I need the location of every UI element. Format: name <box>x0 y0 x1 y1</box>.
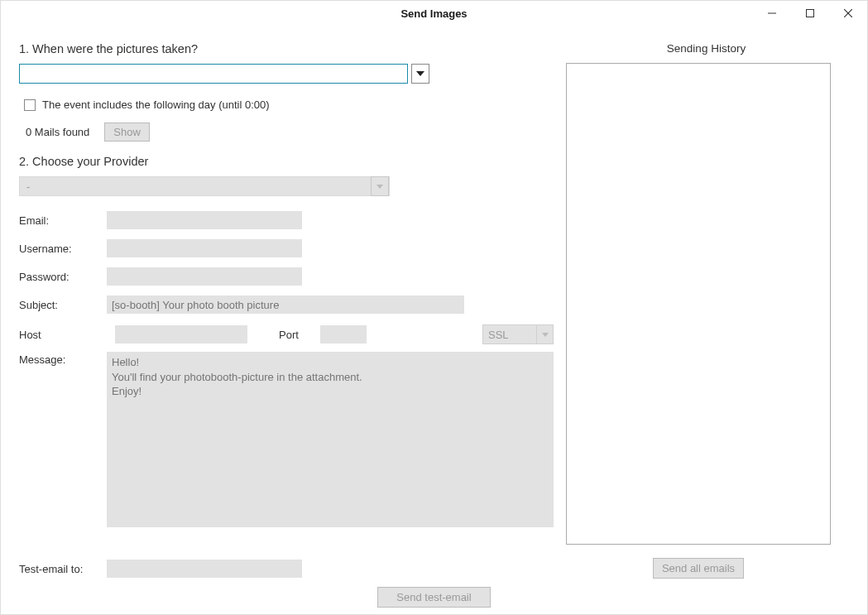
include-next-day-label: The event includes the following day (un… <box>42 98 270 111</box>
host-label: Host <box>19 329 107 341</box>
content: 1. When were the pictures taken? The eve… <box>1 26 867 614</box>
close-button[interactable] <box>829 1 867 26</box>
send-test-button[interactable]: Send test-email <box>377 587 490 608</box>
maximize-icon <box>806 9 814 17</box>
right-column: Sending History Send all emails <box>554 42 846 606</box>
chevron-down-icon <box>542 333 549 337</box>
minimize-button[interactable] <box>753 1 791 26</box>
port-label: Port <box>279 329 320 341</box>
ssl-select[interactable]: SSL <box>482 324 554 344</box>
form-grid: Email: Username: Password: Subject: Host <box>19 206 554 527</box>
date-dropdown-button[interactable] <box>411 64 429 84</box>
section1-heading: 1. When were the pictures taken? <box>19 42 554 55</box>
minimize-icon <box>768 9 776 17</box>
send-images-window: Send Images 1. When were the pictures ta… <box>0 0 868 615</box>
subject-field[interactable] <box>107 295 464 314</box>
mails-found-text: 0 Mails found <box>26 126 89 138</box>
email-field[interactable] <box>107 211 302 229</box>
maximize-button[interactable] <box>791 1 829 26</box>
show-button[interactable]: Show <box>104 123 150 142</box>
username-label: Username: <box>19 243 107 255</box>
left-column: 1. When were the pictures taken? The eve… <box>19 42 554 606</box>
provider-value: - <box>26 180 30 193</box>
send-all-button[interactable]: Send all emails <box>653 558 744 579</box>
include-next-day-row: The event includes the following day (un… <box>19 98 554 111</box>
chevron-down-icon <box>376 185 383 189</box>
test-email-field[interactable] <box>107 560 302 578</box>
provider-row: - <box>19 176 554 196</box>
username-field[interactable] <box>107 239 302 257</box>
email-label: Email: <box>19 214 107 227</box>
ssl-dropdown-arrow <box>536 325 553 344</box>
port-field[interactable] <box>320 325 367 344</box>
history-title: Sending History <box>566 42 846 55</box>
include-next-day-checkbox[interactable] <box>24 99 36 111</box>
message-field[interactable] <box>107 352 554 527</box>
host-field[interactable] <box>115 325 247 344</box>
test-email-row: Test-email to: <box>19 560 302 578</box>
svg-rect-1 <box>807 10 814 17</box>
send-test-row: Send test-email <box>1 587 867 608</box>
password-label: Password: <box>19 271 107 283</box>
mails-found-row: 0 Mails found Show <box>26 123 554 142</box>
test-email-label: Test-email to: <box>19 563 107 575</box>
subject-label: Subject: <box>19 299 107 311</box>
provider-dropdown-arrow <box>371 176 389 196</box>
password-field[interactable] <box>107 267 302 286</box>
chevron-down-icon <box>416 71 424 76</box>
ssl-value: SSL <box>488 329 509 341</box>
date-input[interactable] <box>19 64 408 84</box>
window-controls <box>753 1 867 26</box>
history-list[interactable] <box>566 63 831 545</box>
provider-select[interactable]: - <box>19 176 390 196</box>
message-label: Message: <box>19 352 107 366</box>
date-combo <box>19 64 429 84</box>
close-icon <box>844 9 852 17</box>
titlebar: Send Images <box>1 1 867 26</box>
window-title: Send Images <box>1 7 867 20</box>
section2-heading: 2. Choose your Provider <box>19 155 554 168</box>
